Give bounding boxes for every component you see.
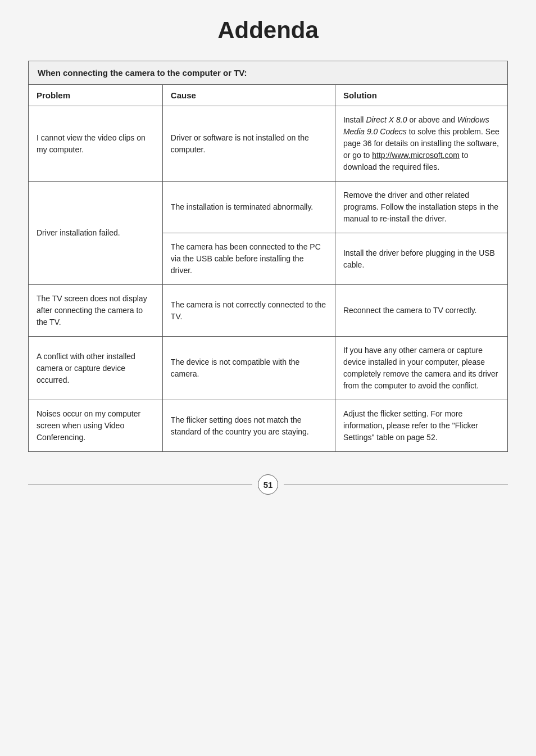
col-header-problem: Problem xyxy=(29,85,163,106)
page-container: Addenda When connecting the camera to th… xyxy=(0,0,536,756)
table-row: The TV screen does not display after con… xyxy=(29,285,508,337)
page-number: 51 xyxy=(258,474,278,495)
cause-cell-row2a: The installation is terminated abnormall… xyxy=(162,182,335,233)
main-table: When connecting the camera to the comput… xyxy=(28,61,508,452)
column-headers-row: Problem Cause Solution xyxy=(29,85,508,106)
problem-cell-row5: Noises occur on my computer screen when … xyxy=(29,400,163,452)
section-header: When connecting the camera to the comput… xyxy=(29,61,508,85)
problem-cell-row1: I cannot view the video clips on my comp… xyxy=(29,106,163,182)
problem-cell-row3: The TV screen does not display after con… xyxy=(29,285,163,337)
problem-cell-row2: Driver installation failed. xyxy=(29,182,163,285)
solution-cell-row5: Adjust the flicker setting. For more inf… xyxy=(335,400,507,452)
cause-cell-row4: The device is not compatible with the ca… xyxy=(162,337,335,400)
col-header-solution: Solution xyxy=(335,85,507,106)
solution-cell-row3: Reconnect the camera to TV correctly. xyxy=(335,285,507,337)
footer-line-right xyxy=(284,485,508,485)
problem-cell-row4: A conflict with other installed camera o… xyxy=(29,337,163,400)
link-microsoft: http://www.microsoft.com xyxy=(372,151,460,160)
table-row: I cannot view the video clips on my comp… xyxy=(29,106,508,182)
cause-cell-row1: Driver or software is not installed on t… xyxy=(162,106,335,182)
solution-cell-row2b: Install the driver before plugging in th… xyxy=(335,233,507,285)
cause-cell-row3: The camera is not correctly connected to… xyxy=(162,285,335,337)
col-header-cause: Cause xyxy=(162,85,335,106)
solution-cell-row2a: Remove the driver and other related prog… xyxy=(335,182,507,233)
cause-cell-row5: The flicker setting does not match the s… xyxy=(162,400,335,452)
section-header-row: When connecting the camera to the comput… xyxy=(29,61,508,85)
table-row: A conflict with other installed camera o… xyxy=(29,337,508,400)
solution-cell-row1: Install Direct X 8.0 or above and Window… xyxy=(335,106,507,182)
cause-cell-row2b: The camera has been connected to the PC … xyxy=(162,233,335,285)
page-title: Addenda xyxy=(28,17,508,44)
page-footer: 51 xyxy=(28,474,508,495)
table-row: Noises occur on my computer screen when … xyxy=(29,400,508,452)
solution-cell-row4: If you have any other camera or capture … xyxy=(335,337,507,400)
table-row-driver: Driver installation failed. The installa… xyxy=(29,182,508,233)
footer-line-left xyxy=(28,485,252,485)
